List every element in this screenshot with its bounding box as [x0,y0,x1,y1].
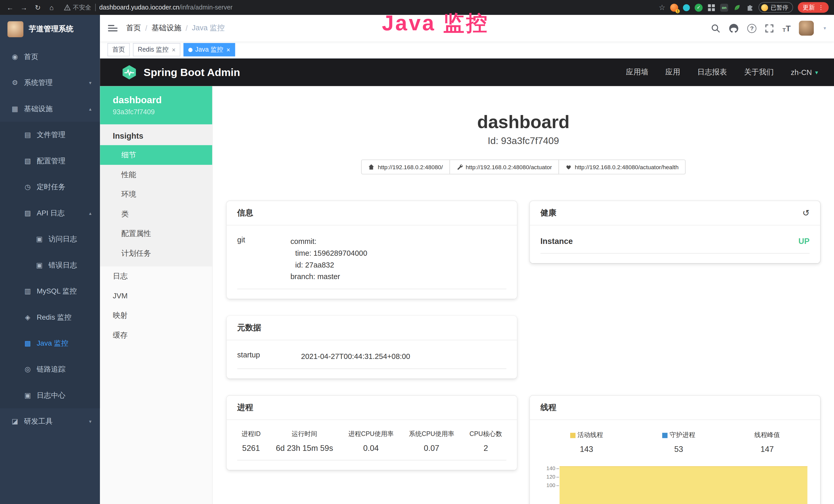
tab-java-monitor[interactable]: Java 监控 × [183,43,235,56]
sidebar-item-java-monitor[interactable]: ▩ Java 监控 [0,330,100,356]
home-icon [368,164,374,170]
caret-down-icon: ▾ [815,69,818,76]
sba-item-environment[interactable]: 环境 [100,185,212,204]
tabs-bar: 首页 Redis 监控 × Java 监控 × [100,42,834,59]
sba-item-logs[interactable]: 日志 [100,266,212,286]
breadcrumb-infrastructure[interactable]: 基础设施 [152,23,181,33]
sba-nav-wall[interactable]: 应用墙 [626,68,648,77]
sba-nav-applications[interactable]: 应用 [665,68,680,77]
caret-down-icon[interactable]: ▾ [824,25,826,31]
profile-paused-badge[interactable]: 已暂停 [759,2,793,13]
github-icon[interactable] [729,23,739,33]
extension-fox-icon[interactable]: 1 [670,3,678,11]
security-label: 不安全 [73,3,91,11]
sidebar-item-access-logs[interactable]: ▣ 访问日志 [0,226,100,252]
extension-switch-icon[interactable]: on [720,3,728,11]
tab-home[interactable]: 首页 [107,43,130,56]
yellow-swatch-icon [570,433,575,438]
process-col-uptime: 运行时间 6d 23h 15m 59s [276,430,333,452]
page-title: dashboard [213,112,834,133]
sidebar-item-system-management[interactable]: ⚙ 系统管理 ▾ [0,70,100,95]
card-title: 信息 [237,208,253,218]
user-avatar[interactable] [799,21,814,36]
actuator-url-button[interactable]: http://192.168.0.2:48080/actuator [449,159,559,174]
sidebar-item-dev-tools[interactable]: ◪ 研发工具 ▾ [0,408,100,434]
metadata-key: startup [237,350,301,362]
close-icon[interactable]: × [226,46,231,53]
sidebar-item-api-logs[interactable]: ▨ API 日志 ▴ [0,200,100,226]
sidebar-item-error-logs[interactable]: ▣ 错误日志 [0,252,100,278]
sidebar-item-redis-monitor[interactable]: ◈ Redis 监控 [0,304,100,330]
sba-item-mappings[interactable]: 映射 [100,306,212,325]
close-icon[interactable]: × [172,46,176,53]
back-icon[interactable]: ← [4,2,16,13]
collapse-sidebar-icon[interactable] [108,23,118,33]
sba-nav-journal[interactable]: 日志报表 [697,68,727,77]
process-col-syscpu: 系统CPU使用率 0.07 [409,430,454,452]
sidebar-item-file-management[interactable]: ▤ 文件管理 [0,122,100,147]
health-url: http://192.168.0.2:48080/actuator/health [575,164,679,170]
sba-instance-block[interactable]: dashboard 93a3fc7f7409 [100,86,212,124]
sba-item-jvm[interactable]: JVM [100,286,212,306]
app-logo[interactable]: 芋道管理系统 [0,15,100,44]
git-info-row: git commit: time: 1596289704000 id: 27aa… [237,229,506,289]
sidebar-item-tracing[interactable]: ◎ 链路追踪 [0,356,100,382]
card-title: 线程 [541,403,556,413]
instance-links: http://192.168.0.2:48080/ http://192.168… [213,159,834,174]
breadcrumb-home[interactable]: 首页 [126,23,141,33]
history-icon[interactable]: ↺ [803,208,810,218]
legend-value: 53 [674,444,683,453]
breadcrumb-separator: / [185,24,188,32]
legend-label: 活动线程 [577,431,603,440]
sba-item-metrics[interactable]: 性能 [100,165,212,185]
sba-sidebar: dashboard 93a3fc7f7409 Insights 细节 性能 环境… [100,86,213,504]
forward-icon[interactable]: → [18,2,30,13]
extension-leaf-icon[interactable] [733,3,741,11]
sidebar-item-label: 定时任务 [37,182,66,191]
bookmark-star-icon[interactable]: ☆ [659,3,665,12]
sba-item-details[interactable]: 细节 [100,145,212,165]
extension-badge: 1 [676,9,680,13]
fullscreen-icon[interactable] [765,24,774,32]
sba-item-caches[interactable]: 缓存 [100,325,212,345]
sidebar-item-log-center[interactable]: ▣ 日志中心 [0,382,100,408]
health-url-button[interactable]: http://192.168.0.2:48080/actuator/health [558,159,685,174]
sidebar-item-config-management[interactable]: ▧ 配置管理 [0,148,100,174]
extension-drop-icon[interactable] [683,4,690,11]
sba-item-classes[interactable]: 类 [100,204,212,224]
sidebar-item-mysql-monitor[interactable]: ▥ MySQL 监控 [0,278,100,304]
locale-selector[interactable]: zh-CN ▾ [791,68,818,76]
help-icon[interactable]: ? [747,24,756,32]
infrastructure-icon: ▦ [10,105,19,113]
sidebar-item-home[interactable]: ◉ 首页 [0,44,100,70]
big-t-glyph: T [786,24,791,32]
address-bar[interactable]: 不安全 dashboard.yudao.iocoder.cn/infra/adm… [60,3,657,11]
browser-home-icon[interactable]: ⌂ [46,2,58,13]
extensions-puzzle-icon[interactable] [746,3,753,11]
column-header: CPU核心数 [469,430,502,438]
sidebar-item-infrastructure[interactable]: ▦ 基础设施 ▴ [0,96,100,122]
font-size-icon[interactable]: TT [783,24,791,32]
sba-item-scheduled-tasks[interactable]: 计划任务 [100,244,212,263]
tab-redis-monitor[interactable]: Redis 监控 × [133,43,180,56]
clock-icon: ◷ [23,183,32,191]
security-warning[interactable]: 不安全 [64,3,91,11]
instance-name: dashboard [113,95,212,106]
service-url-button[interactable]: http://192.168.0.2:48080/ [361,159,450,174]
sidebar-item-label: 日志中心 [37,391,66,400]
sba-nav-about[interactable]: 关于我们 [744,68,774,77]
legend-live-threads: 活动线程 143 [570,431,603,454]
sba-item-config-props[interactable]: 配置属性 [100,224,212,244]
small-t-glyph: T [783,27,786,33]
extension-grid-icon[interactable] [707,3,715,11]
url-text[interactable]: dashboard.yudao.iocoder.cn/infra/admin-s… [99,4,233,11]
chrome-update-button[interactable]: 更新 ⋮ [798,2,829,13]
sidebar-item-scheduled-tasks[interactable]: ◷ 定时任务 [0,174,100,200]
update-label: 更新 [803,3,815,11]
extension-check-icon[interactable]: ✓ [695,3,702,11]
reload-icon[interactable]: ↻ [32,2,44,13]
chart-plot-area [559,464,809,504]
chrome-menu-icon[interactable]: ⋮ [818,4,824,11]
search-icon[interactable] [711,24,720,32]
health-instance-row[interactable]: Instance UP [541,229,810,254]
